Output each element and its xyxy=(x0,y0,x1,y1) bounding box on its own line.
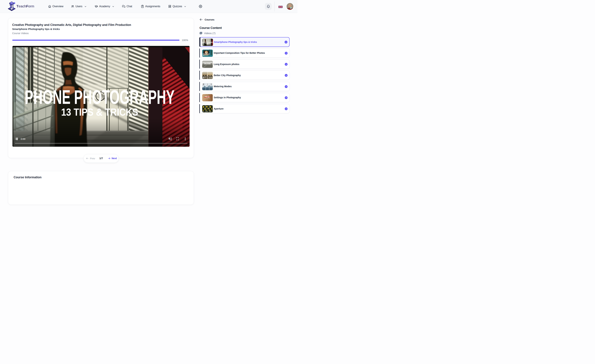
svg-text:IPS: IPS xyxy=(202,55,204,56)
svg-text:OMPOSITION: OMPOSITION xyxy=(202,53,210,55)
svg-text:DON'T DO: DON'T DO xyxy=(203,77,206,78)
svg-text:f/32: f/32 xyxy=(210,111,211,112)
svg-text:f/16: f/16 xyxy=(206,111,208,112)
svg-text:center: center xyxy=(210,85,212,85)
svg-text:spot: spot xyxy=(207,85,208,85)
svg-text:DO THIS: DO THIS xyxy=(209,77,212,78)
svg-text:6 CREATIVE IDEAS: 6 CREATIVE IDEAS xyxy=(204,64,211,64)
svg-text:/5.6: /5.6 xyxy=(202,111,204,112)
svg-text:matrix: matrix xyxy=(203,85,204,85)
svg-text:LONG EXPOSURE: LONG EXPOSURE xyxy=(203,62,212,64)
svg-text:THIS: THIS xyxy=(203,78,205,79)
